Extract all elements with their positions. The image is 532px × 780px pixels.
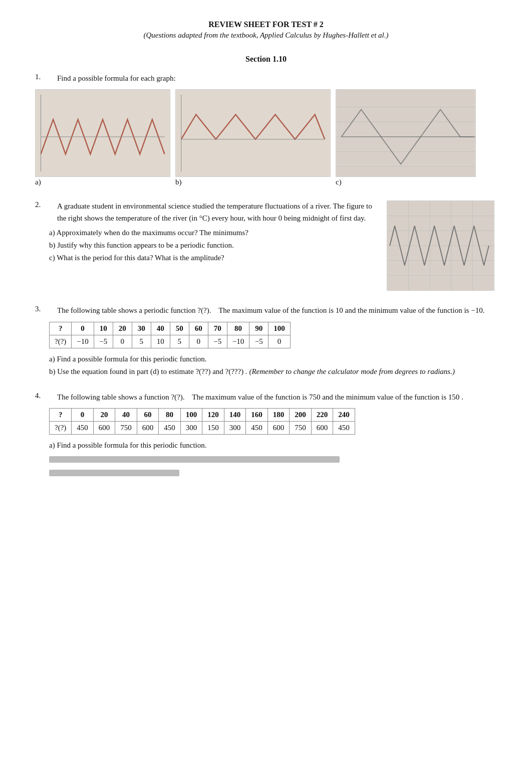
q4-text: The following table shows a function ?(?… bbox=[57, 392, 497, 403]
graph-c bbox=[336, 89, 476, 177]
q4-text-max: The maximum value of the function is 750… bbox=[192, 393, 463, 401]
graph-c-wrap: c) bbox=[336, 89, 476, 186]
table-cell: 140 bbox=[224, 409, 246, 422]
table-cell: 20 bbox=[93, 409, 115, 422]
graph-a bbox=[35, 89, 170, 177]
question-1: 1. Find a possible formula for each grap… bbox=[35, 73, 497, 186]
q2-num: 2. bbox=[35, 201, 49, 224]
table-cell: −10 bbox=[227, 335, 249, 348]
table-cell: 40 bbox=[151, 322, 170, 335]
graph-b-label: b) bbox=[175, 178, 182, 186]
table-cell: ? bbox=[50, 322, 72, 335]
table-cell: 600 bbox=[268, 422, 290, 435]
table-cell: 100 bbox=[180, 409, 202, 422]
q3-sub-a: a) Find a possible formula for this peri… bbox=[49, 353, 497, 365]
q2-graph bbox=[387, 201, 494, 291]
table-cell: 0 bbox=[269, 335, 291, 348]
section-title: Section 1.10 bbox=[35, 55, 497, 64]
table-cell: 0 bbox=[189, 335, 208, 348]
table-cell: 120 bbox=[202, 409, 224, 422]
q3-table: ?0102030405060708090100?(?)−10−5051050−5… bbox=[49, 322, 291, 348]
q3-sub-b-start: b) Use the equation found in part (d) to… bbox=[49, 367, 243, 375]
q4-num: 4. bbox=[35, 392, 49, 403]
graph-a-wrap: a) bbox=[35, 89, 170, 186]
table-cell: 200 bbox=[290, 409, 312, 422]
graph-c-label: c) bbox=[336, 178, 342, 186]
page-subtitle: (Questions adapted from the textbook, Ap… bbox=[35, 31, 497, 40]
table-cell: −10 bbox=[72, 335, 94, 348]
q2-sub-a: a) Approximately when do the maximums oc… bbox=[49, 227, 377, 239]
table-cell: 60 bbox=[137, 409, 159, 422]
table-cell: −5 bbox=[94, 335, 113, 348]
table-cell: 150 bbox=[202, 422, 224, 435]
q2-sub-b: b) Justify why this function appears to … bbox=[49, 240, 377, 251]
table-cell: 220 bbox=[311, 409, 333, 422]
q4-text-before: The following table shows a function ?(?… bbox=[57, 393, 185, 401]
question-4: 4. The following table shows a function … bbox=[35, 392, 497, 481]
svg-rect-6 bbox=[337, 90, 475, 176]
table-cell: 750 bbox=[115, 422, 137, 435]
table-cell: −5 bbox=[249, 335, 269, 348]
table-cell: 100 bbox=[269, 322, 291, 335]
table-cell: 20 bbox=[113, 322, 132, 335]
table-cell: 10 bbox=[94, 322, 113, 335]
table-cell: 600 bbox=[311, 422, 333, 435]
q2-sub-c: c) What is the period for this data? Wha… bbox=[49, 252, 377, 264]
table-cell: 600 bbox=[93, 422, 115, 435]
q3-text: The following table shows a periodic fun… bbox=[57, 305, 497, 316]
table-cell: 450 bbox=[159, 422, 181, 435]
table-cell: 450 bbox=[333, 422, 355, 435]
table-cell: 240 bbox=[333, 409, 355, 422]
table-cell: 90 bbox=[249, 322, 269, 335]
q4-sub-items: a) Find a possible formula for this peri… bbox=[49, 440, 497, 481]
graph-b bbox=[175, 89, 331, 177]
table-cell: 450 bbox=[72, 422, 94, 435]
table-cell: 10 bbox=[151, 335, 170, 348]
svg-rect-3 bbox=[176, 90, 330, 176]
q2-text: A graduate student in environmental scie… bbox=[57, 201, 377, 224]
question-3: 3. The following table shows a periodic … bbox=[35, 305, 497, 377]
q1-num: 1. bbox=[35, 73, 49, 84]
table-cell: 300 bbox=[224, 422, 246, 435]
table-cell: 60 bbox=[189, 322, 208, 335]
q3-sub-items: a) Find a possible formula for this peri… bbox=[49, 353, 497, 378]
table-cell: 750 bbox=[290, 422, 312, 435]
q3-sub-b: b) Use the equation found in part (d) to… bbox=[49, 366, 497, 377]
table-cell: 180 bbox=[268, 409, 290, 422]
q2-graph-wrap bbox=[387, 201, 497, 291]
table-cell: 50 bbox=[170, 322, 189, 335]
table-cell: 450 bbox=[246, 422, 268, 435]
q3-text-max: The maximum value of the function is 10 … bbox=[218, 306, 484, 314]
table-cell: −5 bbox=[208, 335, 227, 348]
table-cell: 0 bbox=[72, 322, 94, 335]
table-cell: 0 bbox=[113, 335, 132, 348]
question-2: 2. A graduate student in environmental s… bbox=[35, 201, 497, 291]
q3-table-wrap: ?0102030405060708090100?(?)−10−5051050−5… bbox=[35, 322, 497, 348]
table-cell: 5 bbox=[170, 335, 189, 348]
graph-a-label: a) bbox=[35, 178, 41, 186]
q2-sub-items: a) Approximately when do the maximums oc… bbox=[49, 227, 377, 264]
q4-sub-b-blurred bbox=[49, 455, 497, 482]
table-cell: 40 bbox=[115, 409, 137, 422]
q2-layout: 2. A graduate student in environmental s… bbox=[35, 201, 497, 291]
table-cell: 160 bbox=[246, 409, 268, 422]
graph-b-wrap: b) bbox=[175, 89, 331, 186]
q4-sub-a: a) Find a possible formula for this peri… bbox=[49, 440, 497, 451]
table-cell: 30 bbox=[132, 322, 151, 335]
table-cell: ?(?) bbox=[50, 335, 72, 348]
table-cell: 0 bbox=[72, 409, 94, 422]
table-cell: ? bbox=[50, 409, 72, 422]
page-title: REVIEW SHEET FOR TEST # 2 bbox=[35, 20, 497, 29]
q3-text-before: The following table shows a periodic fun… bbox=[57, 306, 211, 314]
q4-table-wrap: ?020406080100120140160180200220240?(?)45… bbox=[35, 408, 497, 435]
table-cell: 80 bbox=[227, 322, 249, 335]
q3-sub-b-note: . (Remember to change the calculator mod… bbox=[243, 367, 455, 375]
q3-num: 3. bbox=[35, 305, 49, 316]
table-cell: ?(?) bbox=[50, 422, 72, 435]
table-cell: 600 bbox=[137, 422, 159, 435]
table-cell: 70 bbox=[208, 322, 227, 335]
table-cell: 80 bbox=[159, 409, 181, 422]
q4-table: ?020406080100120140160180200220240?(?)45… bbox=[49, 408, 355, 435]
table-cell: 5 bbox=[132, 335, 151, 348]
q2-text-block: 2. A graduate student in environmental s… bbox=[35, 201, 377, 265]
